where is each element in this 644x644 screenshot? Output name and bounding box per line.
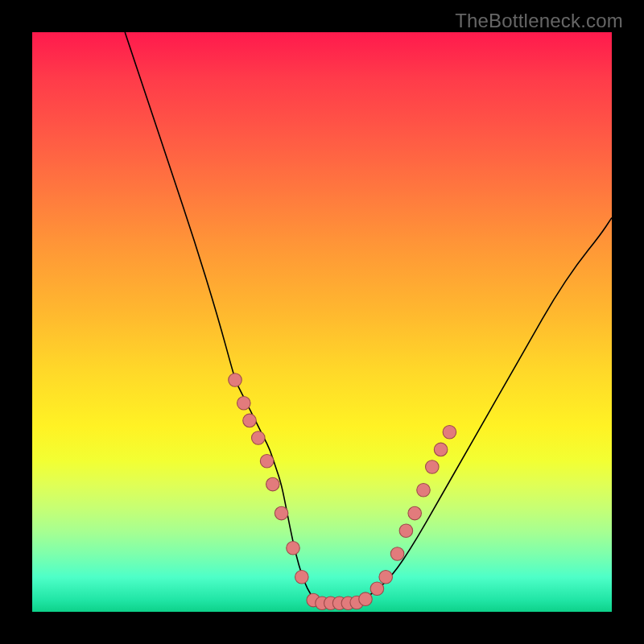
plot-area xyxy=(32,32,612,612)
watermark-text: TheBottleneck.com xyxy=(455,10,623,32)
chart-frame: { "watermark": "TheBottleneck.com", "col… xyxy=(0,0,644,644)
